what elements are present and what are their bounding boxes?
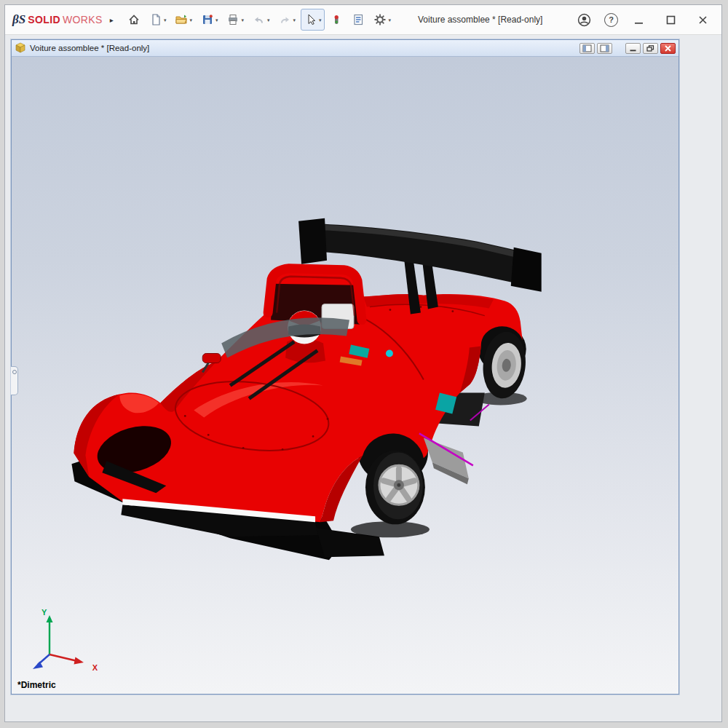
top-toolbar: βS SOLID WORKS ▸ ▾ bbox=[5, 5, 721, 35]
caret-icon[interactable]: ▾ bbox=[388, 17, 391, 23]
redo-button[interactable]: ▾ bbox=[274, 9, 299, 31]
document-title: Voiture assomblee * [Read-only] bbox=[418, 15, 542, 25]
child-close-button[interactable] bbox=[660, 43, 676, 54]
caret-icon[interactable]: ▾ bbox=[215, 17, 218, 23]
save-icon bbox=[201, 13, 214, 26]
user-account-icon bbox=[577, 13, 591, 27]
redo-icon bbox=[278, 13, 291, 26]
car-model-3d bbox=[12, 57, 678, 694]
file-properties-icon bbox=[352, 13, 365, 26]
close-button[interactable] bbox=[691, 9, 714, 31]
user-account-button[interactable] bbox=[572, 9, 596, 31]
file-properties-button[interactable] bbox=[348, 9, 368, 31]
minimize-button[interactable] bbox=[627, 9, 650, 31]
handle-dot-icon bbox=[12, 370, 17, 374]
print-icon bbox=[226, 13, 240, 26]
print-button[interactable]: ▾ bbox=[223, 9, 248, 31]
child-window-title: Voiture assomblee * [Read-only] bbox=[30, 44, 149, 52]
caret-icon[interactable]: ▾ bbox=[319, 17, 322, 23]
pane-toggle-right-icon bbox=[600, 44, 609, 52]
child-restore-button[interactable] bbox=[643, 43, 658, 54]
child-window: Voiture assomblee * [Read-only] bbox=[11, 39, 679, 695]
axis-x-label: X bbox=[92, 663, 98, 672]
options-gear-icon bbox=[373, 13, 387, 26]
child-restore-icon bbox=[646, 45, 654, 52]
feature-panel-handle[interactable] bbox=[11, 366, 18, 395]
display-status-button[interactable] bbox=[326, 9, 347, 31]
child-title-bar[interactable]: Voiture assomblee * [Read-only] bbox=[12, 40, 678, 57]
display-status-icon bbox=[330, 13, 343, 26]
pane-toggle-left-button[interactable] bbox=[579, 43, 595, 54]
undo-button[interactable]: ▾ bbox=[249, 9, 274, 31]
undo-icon bbox=[253, 13, 266, 26]
select-tool-icon bbox=[304, 13, 317, 26]
open-document-icon bbox=[175, 13, 188, 26]
maximize-button[interactable] bbox=[659, 9, 682, 31]
child-minimize-button[interactable] bbox=[625, 43, 641, 54]
mdi-client-area: Voiture assomblee * [Read-only] bbox=[5, 35, 721, 721]
minimize-icon bbox=[633, 14, 645, 26]
caret-icon[interactable]: ▾ bbox=[241, 17, 244, 23]
new-document-icon bbox=[149, 13, 162, 26]
help-button[interactable]: ? bbox=[604, 13, 618, 27]
new-document-button[interactable]: ▾ bbox=[146, 9, 170, 31]
open-document-button[interactable]: ▾ bbox=[171, 9, 196, 31]
maximize-icon bbox=[665, 14, 677, 26]
home-button[interactable] bbox=[124, 9, 144, 31]
assembly-cube-icon bbox=[15, 42, 26, 54]
close-icon bbox=[697, 14, 709, 26]
toolbar-right: ? bbox=[572, 9, 714, 31]
save-button[interactable]: ▾ bbox=[197, 9, 222, 31]
front-wheel[interactable] bbox=[365, 450, 425, 524]
caret-icon[interactable]: ▾ bbox=[267, 17, 270, 23]
toolbar-buttons: ▾ ▾ ▾ bbox=[124, 9, 395, 31]
flyout-chevron-icon[interactable]: ▸ bbox=[110, 16, 114, 24]
view-orientation-label: *Dimetric bbox=[17, 680, 56, 690]
select-tool-button[interactable]: ▾ bbox=[301, 9, 325, 31]
axis-y-label: Y bbox=[41, 608, 47, 617]
caret-icon[interactable]: ▾ bbox=[293, 17, 296, 23]
caret-icon[interactable]: ▾ bbox=[164, 17, 167, 23]
pane-toggle-left-icon bbox=[582, 44, 592, 52]
brand-name-solid: SOLID bbox=[28, 14, 60, 25]
brand-glyph: βS bbox=[12, 12, 25, 27]
brand-name-works: WORKS bbox=[63, 14, 103, 25]
triad-icon bbox=[22, 611, 102, 672]
child-window-controls bbox=[579, 43, 676, 54]
child-close-icon bbox=[664, 45, 672, 52]
child-minimize-icon bbox=[629, 45, 637, 52]
pane-toggle-right-button[interactable] bbox=[597, 43, 612, 54]
orientation-triad: Y X bbox=[22, 611, 102, 672]
solidworks-logo: βS SOLID WORKS bbox=[12, 12, 103, 27]
app-window: βS SOLID WORKS ▸ ▾ bbox=[4, 4, 722, 722]
home-icon bbox=[127, 13, 141, 26]
options-button[interactable]: ▾ bbox=[370, 9, 395, 31]
caret-icon[interactable]: ▾ bbox=[189, 17, 192, 23]
viewport[interactable]: Y X *Dimetric bbox=[12, 57, 678, 694]
